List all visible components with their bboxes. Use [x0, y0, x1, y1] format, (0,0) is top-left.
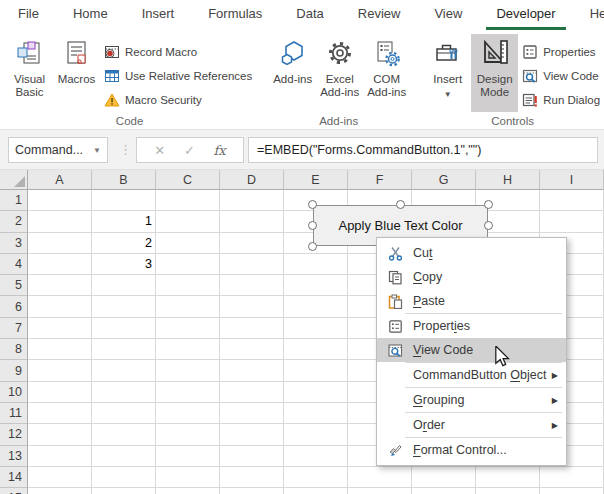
use-relative-references-button[interactable]: Use Relative References [100, 64, 255, 88]
row-header-10[interactable]: 10 [0, 382, 28, 403]
row-header-7[interactable]: 7 [0, 318, 28, 339]
cell-E5[interactable] [284, 275, 348, 296]
tab-help[interactable]: Help [580, 6, 604, 30]
column-header-G[interactable]: G [412, 170, 476, 190]
cell-B13[interactable] [92, 446, 156, 467]
cell-D3[interactable] [220, 233, 284, 254]
cell-B10[interactable] [92, 382, 156, 403]
menu-item-paste[interactable]: Paste [377, 289, 566, 313]
cell-D7[interactable] [220, 318, 284, 339]
cell-E10[interactable] [284, 382, 348, 403]
cell-E12[interactable] [284, 424, 348, 445]
row-header-15[interactable]: 15 [0, 488, 28, 494]
run-dialog-button[interactable]: Run Dialog [518, 88, 603, 112]
cell-A12[interactable] [28, 424, 92, 445]
excel-addins-button[interactable]: Excel Add-ins [316, 34, 363, 112]
cell-F15[interactable] [348, 488, 412, 494]
row-header-6[interactable]: 6 [0, 296, 28, 317]
cell-D13[interactable] [220, 446, 284, 467]
column-header-D[interactable]: D [220, 170, 284, 190]
cell-B6[interactable] [92, 296, 156, 317]
cell-E13[interactable] [284, 446, 348, 467]
row-header-14[interactable]: 14 [0, 467, 28, 488]
properties-button[interactable]: Properties [518, 40, 603, 64]
cell-D2[interactable] [220, 211, 284, 232]
cell-C13[interactable] [156, 446, 220, 467]
menu-item-commandbutton-object[interactable]: CommandButton Object▶ [377, 363, 566, 387]
cell-C2[interactable] [156, 211, 220, 232]
row-header-3[interactable]: 3 [0, 233, 28, 254]
cell-I1[interactable] [540, 190, 604, 211]
cell-B14[interactable] [92, 467, 156, 488]
cell-A10[interactable] [28, 382, 92, 403]
name-box[interactable]: Command... ▼ [8, 137, 108, 163]
cell-E7[interactable] [284, 318, 348, 339]
cell-D15[interactable] [220, 488, 284, 494]
record-macro-button[interactable]: Record Macro [100, 40, 255, 64]
menu-item-properties[interactable]: Properties [377, 314, 566, 338]
cell-A6[interactable] [28, 296, 92, 317]
cell-A9[interactable] [28, 360, 92, 381]
column-header-C[interactable]: C [156, 170, 220, 190]
cell-B4[interactable]: 3 [92, 254, 156, 275]
formula-input[interactable]: =EMBED("Forms.CommandButton.1","") [248, 137, 598, 163]
cell-B7[interactable] [92, 318, 156, 339]
name-box-dropdown-icon[interactable]: ▼ [93, 146, 101, 155]
cell-A15[interactable] [28, 488, 92, 494]
cell-I14[interactable] [540, 467, 604, 488]
cell-C15[interactable] [156, 488, 220, 494]
cell-B15[interactable] [92, 488, 156, 494]
column-header-E[interactable]: E [284, 170, 348, 190]
cell-E11[interactable] [284, 403, 348, 424]
tab-view[interactable]: View [424, 6, 472, 30]
column-header-B[interactable]: B [92, 170, 156, 190]
insert-control-button[interactable]: Insert ▼ [424, 34, 471, 112]
cancel-icon[interactable]: ✕ [154, 143, 165, 158]
menu-item-cut[interactable]: Cut [377, 241, 566, 265]
cell-D12[interactable] [220, 424, 284, 445]
menu-item-format-control[interactable]: Format Control... [377, 438, 566, 462]
cell-A4[interactable] [28, 254, 92, 275]
cell-D1[interactable] [220, 190, 284, 211]
cell-C14[interactable] [156, 467, 220, 488]
cell-D11[interactable] [220, 403, 284, 424]
cell-B1[interactable] [92, 190, 156, 211]
column-header-F[interactable]: F [348, 170, 412, 190]
cell-C1[interactable] [156, 190, 220, 211]
cell-B5[interactable] [92, 275, 156, 296]
cell-I2[interactable] [540, 211, 604, 232]
cell-E8[interactable] [284, 339, 348, 360]
cell-B11[interactable] [92, 403, 156, 424]
cell-A7[interactable] [28, 318, 92, 339]
column-header-I[interactable]: I [540, 170, 604, 190]
row-header-9[interactable]: 9 [0, 360, 28, 381]
cell-A2[interactable] [28, 211, 92, 232]
select-all-button[interactable] [0, 170, 28, 190]
design-mode-button[interactable]: Design Mode [471, 34, 518, 112]
menu-item-order[interactable]: Order▶ [377, 413, 566, 437]
resize-handle-middle-right[interactable] [484, 221, 493, 230]
cell-A13[interactable] [28, 446, 92, 467]
cell-B9[interactable] [92, 360, 156, 381]
cell-B12[interactable] [92, 424, 156, 445]
macros-button[interactable]: Macros [53, 34, 100, 112]
cell-A11[interactable] [28, 403, 92, 424]
macro-security-button[interactable]: Macro Security [100, 88, 255, 112]
cell-I15[interactable] [540, 488, 604, 494]
cell-D14[interactable] [220, 467, 284, 488]
row-header-12[interactable]: 12 [0, 424, 28, 445]
cell-D5[interactable] [220, 275, 284, 296]
menu-item-view-code[interactable]: View Code [377, 338, 566, 362]
column-header-H[interactable]: H [476, 170, 540, 190]
tab-formulas[interactable]: Formulas [198, 6, 272, 30]
resize-handle-bottom-left[interactable] [308, 242, 317, 251]
cell-A5[interactable] [28, 275, 92, 296]
cell-D4[interactable] [220, 254, 284, 275]
cell-B8[interactable] [92, 339, 156, 360]
resize-handle-top-left[interactable] [308, 200, 317, 209]
cell-C12[interactable] [156, 424, 220, 445]
tab-data[interactable]: Data [286, 6, 333, 30]
cell-C7[interactable] [156, 318, 220, 339]
cell-A8[interactable] [28, 339, 92, 360]
cell-E4[interactable] [284, 254, 348, 275]
